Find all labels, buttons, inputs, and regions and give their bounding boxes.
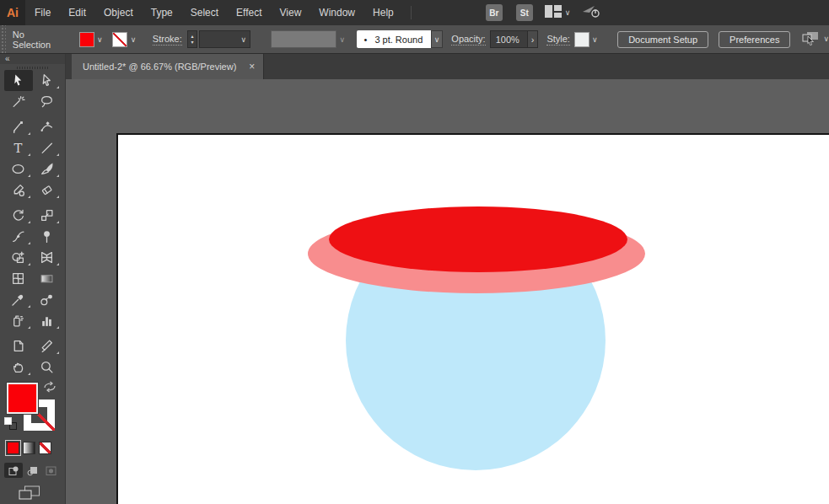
symbol-sprayer-tool[interactable] (4, 310, 33, 331)
draw-inside-button[interactable] (41, 463, 60, 478)
paintbrush-tool[interactable] (33, 158, 62, 180)
color-mode-buttons (7, 442, 65, 454)
menu-item-select[interactable]: Select (182, 7, 227, 19)
shape-builder-tool[interactable] (4, 247, 33, 268)
type-tool[interactable]: T (4, 137, 33, 158)
direct-selection-tool[interactable] (33, 70, 62, 91)
width-profile-dropdown[interactable] (271, 30, 336, 48)
control-bar-grip[interactable] (0, 25, 6, 53)
draw-behind-button[interactable] (23, 463, 41, 478)
chevron-down-icon: ∨ (565, 9, 571, 17)
control-bar: No Selection ∨ ∨ Stroke: ▴ ▾ ∨ ∨ • 3 pt.… (0, 25, 829, 54)
menu-separator (411, 6, 412, 19)
stroke-weight-dropdown[interactable]: ∨ (199, 30, 250, 48)
illustrator-logo: Ai (0, 0, 25, 25)
chevron-down-icon: ∨ (336, 35, 348, 44)
eyedropper-tool[interactable] (4, 289, 33, 310)
menu-item-type[interactable]: Type (143, 7, 181, 19)
opacity-label[interactable]: Opacity: (451, 34, 485, 46)
swap-fill-stroke-icon[interactable] (43, 381, 57, 396)
style-chevron-down-icon[interactable]: ∨ (589, 35, 601, 44)
menu-bar: Ai File Edit Object Type Select Effect V… (0, 0, 829, 25)
lasso-tool[interactable] (33, 91, 62, 112)
selection-preferences-icon (800, 31, 820, 48)
stock-button[interactable]: St (516, 4, 533, 21)
document-tab-title: Untitled-2* @ 66.67% (RGB/Preview) (83, 62, 236, 72)
tools-panel-header: « (0, 54, 65, 64)
panel-grip[interactable] (17, 67, 49, 69)
mesh-tool[interactable] (4, 268, 33, 289)
brush-chevron-button[interactable]: ∨ (431, 30, 444, 48)
stroke-weight-stepper[interactable]: ▴ ▾ (187, 30, 198, 48)
brush-dot-icon: • (364, 35, 368, 45)
collapse-panel-icon[interactable]: « (5, 55, 10, 63)
selection-status: No Selection (13, 29, 64, 50)
shaper-tool[interactable] (4, 180, 33, 201)
menu-item-file[interactable]: File (26, 7, 59, 19)
fill-chevron-down-icon[interactable]: ∨ (94, 35, 106, 44)
opacity-input[interactable]: 100% (490, 30, 528, 48)
menu-item-object[interactable]: Object (95, 7, 142, 19)
fill-proxy-swatch[interactable] (7, 383, 38, 414)
line-segment-tool[interactable] (33, 137, 62, 158)
canvas-area[interactable] (66, 79, 829, 504)
ellipse-tool[interactable] (4, 158, 33, 180)
curvature-tool[interactable] (33, 116, 62, 137)
blend-tool[interactable] (33, 289, 62, 310)
menu-item-help[interactable]: Help (364, 7, 402, 19)
color-button[interactable] (7, 442, 19, 454)
gradient-button[interactable] (23, 442, 35, 454)
menu-item-effect[interactable]: Effect (228, 7, 270, 19)
preferences-button[interactable]: Preferences (719, 31, 790, 48)
chevron-down-icon: ∨ (238, 35, 250, 44)
drawing-mode-buttons (4, 463, 65, 478)
scale-tool[interactable] (33, 205, 62, 226)
rotate-tool[interactable] (4, 205, 33, 226)
stroke-color-swatch[interactable] (112, 32, 127, 47)
stroke-chevron-down-icon[interactable]: ∨ (127, 35, 139, 44)
style-label[interactable]: Style: (546, 34, 570, 46)
zoom-tool[interactable] (33, 357, 62, 378)
menu-item-edit[interactable]: Edit (60, 7, 94, 19)
send-power-icon (582, 4, 601, 21)
perspective-grid-tool[interactable] (33, 247, 62, 268)
selection-tool[interactable] (4, 70, 33, 91)
brush-definition-dropdown[interactable]: • 3 pt. Round (357, 30, 431, 48)
fill-color-swatch[interactable] (79, 32, 94, 47)
pen-tool[interactable] (4, 116, 33, 137)
eraser-tool[interactable] (33, 180, 62, 201)
chevron-down-icon: ∨ (434, 35, 440, 44)
hand-tool[interactable] (4, 357, 33, 378)
stepper-down-icon[interactable]: ▾ (191, 40, 194, 45)
tools-grid: T (0, 70, 65, 378)
opacity-arrow-button[interactable]: › (528, 30, 539, 48)
bridge-button[interactable]: Br (486, 4, 503, 21)
brush-name: 3 pt. Round (374, 35, 423, 45)
tools-panel: « T (0, 54, 66, 504)
close-tab-icon[interactable]: × (249, 62, 255, 72)
gradient-tool[interactable] (33, 268, 62, 289)
slice-tool[interactable] (33, 335, 62, 357)
column-graph-tool[interactable] (33, 310, 62, 331)
workspace-switcher-button[interactable]: ∨ (545, 5, 571, 20)
document-setup-button[interactable]: Document Setup (617, 31, 708, 48)
menu-item-view[interactable]: View (272, 7, 310, 19)
document-tab[interactable]: Untitled-2* @ 66.67% (RGB/Preview) × (72, 54, 264, 79)
stroke-label[interactable]: Stroke: (153, 34, 182, 46)
default-fill-stroke-icon[interactable] (4, 417, 19, 432)
graphic-style-swatch[interactable] (574, 32, 589, 47)
artboard-tool[interactable] (4, 335, 33, 357)
arrange-documents-button[interactable]: ∨ (800, 31, 829, 48)
chevron-down-icon: ∨ (823, 35, 829, 43)
svg-text:T: T (14, 141, 23, 155)
puppet-warp-tool[interactable] (33, 226, 62, 247)
menu-item-window[interactable]: Window (310, 7, 363, 19)
magic-wand-tool[interactable] (4, 91, 33, 112)
change-screen-mode-icon[interactable] (19, 485, 65, 504)
none-button[interactable] (39, 442, 51, 454)
red-ellipse[interactable] (329, 206, 627, 272)
gpu-performance-button[interactable] (582, 4, 601, 21)
stepper-up-icon[interactable]: ▴ (191, 34, 194, 39)
draw-normal-button[interactable] (4, 463, 23, 478)
width-tool[interactable] (4, 226, 33, 247)
